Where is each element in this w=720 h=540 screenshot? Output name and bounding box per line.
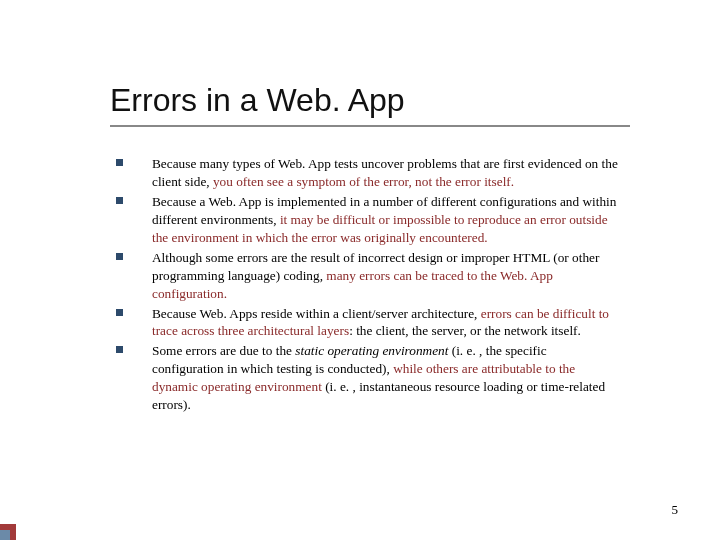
list-item: Some errors are due to the static operat… [110, 342, 620, 414]
list-item: Because Web. Apps reside within a client… [110, 305, 620, 341]
slide: Errors in a Web. App Because many types … [0, 0, 720, 540]
page-number: 5 [672, 502, 679, 518]
bullet-list: Because many types of Web. App tests unc… [110, 155, 620, 414]
list-item: Although some errors are the result of i… [110, 249, 620, 303]
corner-accent-icon [0, 524, 16, 540]
slide-title: Errors in a Web. App [110, 82, 670, 119]
bullet-emphasis: you often see a symptom of the error, no… [213, 174, 514, 189]
bullet-text: : the client, the server, or the network… [349, 323, 581, 338]
list-item: Because a Web. App is implemented in a n… [110, 193, 620, 247]
list-item: Because many types of Web. App tests unc… [110, 155, 620, 191]
bullet-italic: static operating environment [295, 343, 448, 358]
title-rule [110, 125, 630, 127]
bullet-text: Because Web. Apps reside within a client… [152, 306, 481, 321]
bullet-text: Some errors are due to the [152, 343, 295, 358]
